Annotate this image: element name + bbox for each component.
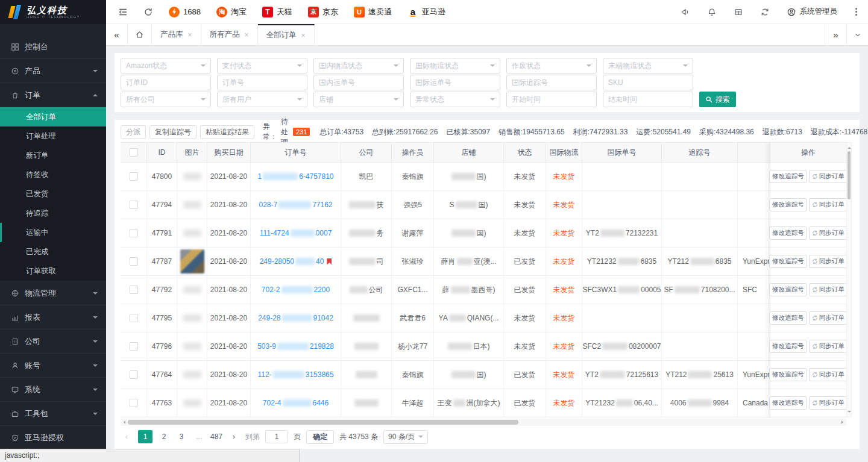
order-number-link[interactable]: 112-3153865 — [251, 361, 341, 389]
sidebar-item-toolbox[interactable]: 工具包 — [0, 402, 106, 426]
tab-all-orders[interactable]: 全部订单 × — [258, 24, 315, 45]
sidebar-item-all-orders[interactable]: 全部订单 — [0, 107, 106, 126]
assign-button[interactable]: 分派 — [121, 125, 146, 139]
sync-order-button[interactable]: 同步订单 — [809, 283, 848, 296]
sync-order-button[interactable]: 同步订单 — [809, 311, 848, 325]
horizontal-scrollbar-thumb[interactable] — [128, 420, 518, 425]
filter-input[interactable]: 订单ID — [121, 75, 211, 90]
order-number-link[interactable]: 702-46446 — [251, 389, 341, 417]
order-number-link[interactable]: 111-47240007 — [251, 219, 341, 247]
row-checkbox[interactable] — [130, 229, 138, 237]
order-number-link[interactable]: 028-777162 — [251, 191, 341, 219]
sync-order-button[interactable]: 同步订单 — [809, 226, 848, 240]
page-button-487[interactable]: 487 — [210, 430, 222, 443]
row-checkbox[interactable] — [130, 399, 138, 407]
sidebar-item-logistics[interactable]: 物流管理 — [0, 281, 106, 305]
sidebar-item-new-orders[interactable]: 新订单 — [0, 146, 106, 165]
platform-link-aliexpress[interactable]: U 速卖通 — [354, 7, 392, 17]
order-number-link[interactable]: 249-2891042 — [251, 304, 341, 332]
prev-page-button[interactable]: ‹ — [121, 430, 133, 443]
edit-tracking-button[interactable]: 修改追踪号 — [769, 198, 807, 211]
sync-order-button[interactable]: 同步订单 — [809, 170, 848, 183]
tab-product-library[interactable]: 产品库 × — [152, 24, 201, 45]
filter-input[interactable]: 结束时间 — [603, 92, 693, 107]
row-checkbox[interactable] — [130, 286, 138, 294]
sidebar-item-orders[interactable]: 订单 — [0, 83, 106, 107]
scroll-left-icon[interactable] — [122, 420, 125, 424]
filter-select[interactable]: 异常状态 — [410, 92, 500, 107]
row-checkbox[interactable] — [130, 172, 138, 181]
currency-exchange-icon[interactable] — [760, 7, 770, 17]
filter-input[interactable]: 国际运单号 — [410, 75, 500, 90]
page-button-1[interactable]: 1 — [138, 430, 153, 443]
edit-tracking-button[interactable]: 修改追踪号 — [769, 226, 807, 240]
page-number-input[interactable]: 1 — [265, 430, 288, 443]
vertical-scrollbar[interactable] — [846, 142, 852, 417]
bell-icon[interactable] — [707, 7, 717, 17]
sidebar-item-system[interactable]: 系统 — [0, 378, 106, 402]
filter-select[interactable]: 支付状态 — [217, 58, 307, 73]
filter-select[interactable]: 所有用户 — [217, 92, 307, 107]
filter-select[interactable]: 国际物流状态 — [410, 58, 500, 73]
select-all-checkbox[interactable] — [130, 148, 138, 157]
edit-tracking-button[interactable]: 修改追踪号 — [769, 368, 807, 381]
row-checkbox[interactable] — [130, 201, 138, 209]
filter-input[interactable]: 开始时间 — [506, 92, 597, 107]
order-number-link[interactable]: 503-9219828 — [251, 332, 341, 360]
sync-order-button[interactable]: 同步订单 — [809, 255, 848, 268]
tabs-menu-icon[interactable] — [846, 24, 868, 45]
tabs-scroll-right-icon[interactable]: » — [825, 24, 846, 45]
edit-tracking-button[interactable]: 修改追踪号 — [769, 283, 807, 296]
edit-tracking-button[interactable]: 修改追踪号 — [769, 340, 807, 353]
filter-select[interactable]: 所有公司 — [121, 92, 211, 107]
platform-link-jd[interactable]: 京 京东 — [308, 7, 338, 17]
order-number-link[interactable]: 249-2805040 — [251, 248, 341, 275]
order-number-link[interactable]: 16-4757810 — [251, 163, 341, 190]
filter-input[interactable]: 订单号 — [217, 75, 307, 90]
tab-home[interactable] — [128, 24, 152, 45]
platform-link-amazon[interactable]: a 亚马逊 — [407, 7, 445, 17]
sidebar-item-reports[interactable]: 报表 — [0, 305, 106, 329]
sidebar-item-amazon-auth[interactable]: 亚马逊授权 — [0, 426, 106, 450]
announcement-icon[interactable] — [681, 7, 690, 17]
filter-select[interactable]: 国内物流状态 — [313, 58, 404, 73]
page-button-3[interactable]: 3 — [175, 430, 187, 443]
edit-tracking-button[interactable]: 修改追踪号 — [769, 311, 807, 325]
filter-select[interactable]: 店铺 — [313, 92, 404, 107]
page-size-select[interactable]: 90 条/页 — [383, 430, 428, 444]
row-checkbox[interactable] — [130, 314, 138, 322]
sidebar-item-accounts[interactable]: 账号 — [0, 354, 106, 378]
sync-order-button[interactable]: 同步订单 — [809, 340, 848, 353]
sync-order-button[interactable]: 同步订单 — [809, 198, 848, 211]
filter-input[interactable]: 国内运单号 — [313, 75, 404, 90]
sidebar-item-completed[interactable]: 已完成 — [0, 242, 106, 261]
sync-order-button[interactable]: 同步订单 — [809, 396, 848, 410]
sidebar-item-order-fetch[interactable]: 订单获取 — [0, 261, 106, 281]
row-checkbox[interactable] — [130, 370, 138, 379]
horizontal-scrollbar[interactable] — [121, 419, 846, 426]
close-tab-icon[interactable]: × — [188, 31, 192, 39]
sidebar-item-shipped[interactable]: 已发货 — [0, 184, 106, 204]
filter-select[interactable]: 作废状态 — [506, 58, 597, 73]
next-page-button[interactable]: › — [228, 430, 240, 443]
platform-link-1688[interactable]: 1688 — [169, 7, 201, 17]
close-tab-icon[interactable]: × — [245, 31, 249, 39]
filter-select[interactable]: 末端物流状态 — [603, 58, 693, 73]
scroll-down-icon[interactable] — [848, 411, 851, 414]
page-button-2[interactable]: 2 — [158, 430, 170, 443]
search-button[interactable]: 搜索 — [699, 92, 736, 107]
scroll-right-icon[interactable] — [841, 420, 845, 424]
filter-input[interactable]: 国际追踪号 — [506, 75, 597, 90]
sidebar-item-order-processing[interactable]: 订单处理 — [0, 126, 106, 146]
edit-tracking-button[interactable]: 修改追踪号 — [769, 170, 807, 183]
row-checkbox[interactable] — [130, 257, 138, 266]
row-checkbox[interactable] — [130, 342, 138, 351]
more-menu-icon[interactable] — [854, 7, 858, 17]
order-number-link[interactable]: 702-22200 — [251, 276, 341, 304]
close-tab-icon[interactable]: × — [301, 31, 306, 40]
tabs-scroll-left-icon[interactable]: « — [106, 24, 128, 45]
paste-tracking-result-button[interactable]: 粘贴追踪结果 — [200, 125, 254, 139]
filter-select[interactable]: Amazon状态 — [121, 58, 211, 73]
sidebar-item-awaiting-receipt[interactable]: 待签收 — [0, 165, 106, 184]
tab-all-products[interactable]: 所有产品 × — [201, 24, 258, 45]
